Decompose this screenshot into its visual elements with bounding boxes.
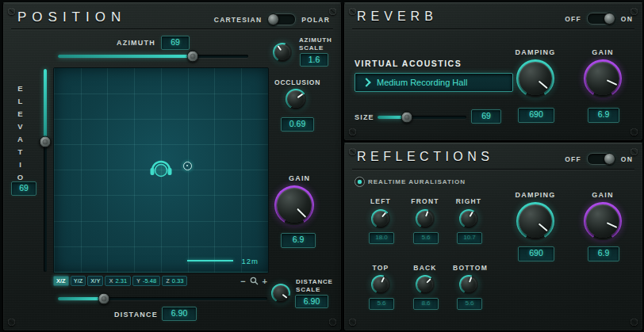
reflections-off-label: OFF [565, 155, 581, 163]
coord-x-value: 2.31 [115, 278, 127, 284]
reflection-back-label: BACK [408, 264, 443, 272]
reflections-power-toggle[interactable] [587, 153, 615, 165]
distance-scale-knob[interactable] [271, 284, 290, 303]
realtime-auralisation-radio[interactable] [355, 177, 365, 187]
reflections-power-cluster: OFF ON [565, 153, 633, 165]
screw-icon [631, 128, 638, 135]
reflections-gain-value-field[interactable]: 6.9 [588, 246, 619, 261]
cartesian-polar-toggle[interactable] [267, 13, 296, 25]
azimuth-label: AZIMUTH [117, 39, 155, 47]
slider-fill [44, 69, 47, 142]
azimuth-slider[interactable] [58, 55, 248, 58]
magnifier-icon[interactable] [250, 277, 259, 285]
pad-toolbar: X/Z Y/Z X/Y X 2.31 Y -5.48 Z 0.33 − [53, 275, 267, 287]
reflections-damping-value-field[interactable]: 690 [518, 246, 554, 261]
position-title: POSITION [17, 10, 126, 25]
reflection-back-value-field[interactable]: 8.6 [413, 298, 439, 310]
reflection-top-value-field[interactable]: 5.6 [369, 298, 394, 310]
distance-slider-thumb[interactable] [98, 293, 110, 305]
knob-face [373, 277, 389, 292]
reflection-bottom-knob[interactable] [459, 275, 478, 294]
occlusion-label: OCCLUSION [274, 78, 320, 86]
reflections-gain-label: GAIN [585, 191, 620, 199]
reflections-damping-knob[interactable] [516, 202, 554, 240]
reflection-right-value-field[interactable]: 10.7 [457, 232, 482, 244]
pad-tab-xz[interactable]: X/Z [53, 276, 69, 287]
reflection-right-knob[interactable] [459, 209, 478, 228]
reflection-front-label: FRONT [408, 197, 443, 205]
reflections-gain-knob[interactable] [584, 202, 622, 240]
cartesian-polar-cluster: CARTESIAN POLAR [214, 13, 330, 25]
reflection-front-knob[interactable] [416, 209, 435, 228]
screw-icon [329, 319, 336, 326]
knob-face [277, 188, 312, 223]
occlusion-knob[interactable] [286, 89, 306, 109]
knob-face [586, 204, 619, 238]
size-slider[interactable] [378, 116, 466, 119]
plugin-window: POSITION CARTESIAN POLAR AZIMUTH 69 AZIM… [0, 0, 644, 332]
elevation-slider[interactable] [44, 69, 47, 272]
reflections-on-label: ON [621, 155, 633, 163]
reverb-power-toggle[interactable] [587, 13, 615, 25]
distance-scale-value-field[interactable]: 6.90 [295, 295, 328, 308]
scale-label: 12m [242, 257, 259, 265]
scale-ruler [187, 260, 233, 261]
screw-icon [329, 8, 336, 15]
azimuth-scale-knob[interactable] [273, 43, 292, 62]
position-gain-value-field[interactable]: 6.9 [281, 233, 316, 248]
polar-label: POLAR [301, 16, 330, 24]
toggle-thumb[interactable] [604, 13, 615, 25]
distance-slider[interactable] [58, 297, 267, 300]
toggle-thumb[interactable] [267, 13, 279, 25]
reverb-off-label: OFF [565, 15, 581, 23]
distance-value-field[interactable]: 6.90 [162, 307, 197, 321]
distance-scale-label: DISTANCE SCALE [296, 278, 334, 293]
size-value-field[interactable]: 69 [471, 109, 501, 124]
reflection-back-knob[interactable] [416, 275, 435, 294]
screw-icon [8, 8, 15, 15]
elevation-value-field[interactable]: 69 [11, 181, 36, 196]
reflection-left-label: LEFT [363, 197, 398, 205]
occlusion-value-field[interactable]: 0.69 [281, 117, 314, 132]
elevation-slider-thumb[interactable] [40, 136, 52, 148]
pad-tab-yz[interactable]: Y/Z [71, 276, 86, 287]
reverb-damping-label: DAMPING [513, 48, 558, 56]
position-panel: POSITION CARTESIAN POLAR AZIMUTH 69 AZIM… [2, 2, 342, 331]
position-marker[interactable] [183, 162, 192, 170]
listener-head-icon[interactable] [148, 157, 174, 181]
position-gain-label: GAIN [289, 174, 310, 182]
reverb-damping-value-field[interactable]: 690 [518, 108, 554, 123]
reflection-top-knob[interactable] [371, 275, 390, 294]
position-gain-knob[interactable] [274, 185, 314, 225]
zoom-in-button[interactable]: + [263, 277, 267, 285]
reverb-gain-knob[interactable] [584, 59, 622, 97]
azimuth-scale-value-field[interactable]: 1.6 [300, 53, 328, 67]
coord-x-field[interactable]: X 2.31 [105, 276, 131, 287]
reflection-front-value-field[interactable]: 5.6 [413, 232, 439, 244]
virtual-acoustics-label: VIRTUAL ACOUSTICS [355, 59, 462, 68]
azimuth-value-field[interactable]: 69 [161, 36, 190, 50]
reverb-gain-value-field[interactable]: 6.9 [588, 108, 619, 123]
reverb-damping-knob[interactable] [516, 59, 554, 97]
knob-face [273, 285, 289, 301]
knob-face [519, 62, 552, 95]
zoom-controls: − + [240, 277, 267, 285]
preset-dropdown[interactable]: Medium Recording Hall [355, 73, 513, 92]
size-slider-thumb[interactable] [401, 112, 412, 124]
reflection-bottom-value-field[interactable]: 5.6 [457, 298, 482, 310]
pad-tab-xy[interactable]: X/Y [87, 276, 103, 287]
toggle-thumb[interactable] [604, 153, 615, 165]
azimuth-slider-thumb[interactable] [187, 51, 199, 63]
reflection-bottom-label: BOTTOM [451, 264, 489, 272]
size-label: SIZE [355, 113, 374, 121]
slider-fill [58, 55, 193, 58]
knob-face [519, 204, 552, 238]
reflection-left-knob[interactable] [371, 209, 390, 228]
position-pad[interactable]: 12m [53, 67, 269, 273]
coord-y-field[interactable]: Y -5.48 [132, 276, 160, 287]
coord-y-axis-label: Y [136, 278, 140, 284]
zoom-out-button[interactable]: − [240, 277, 245, 285]
coord-z-field[interactable]: Z 0.33 [162, 276, 187, 287]
reflection-left-value-field[interactable]: 18.0 [369, 232, 394, 244]
reverb-gain-label: GAIN [585, 48, 620, 56]
